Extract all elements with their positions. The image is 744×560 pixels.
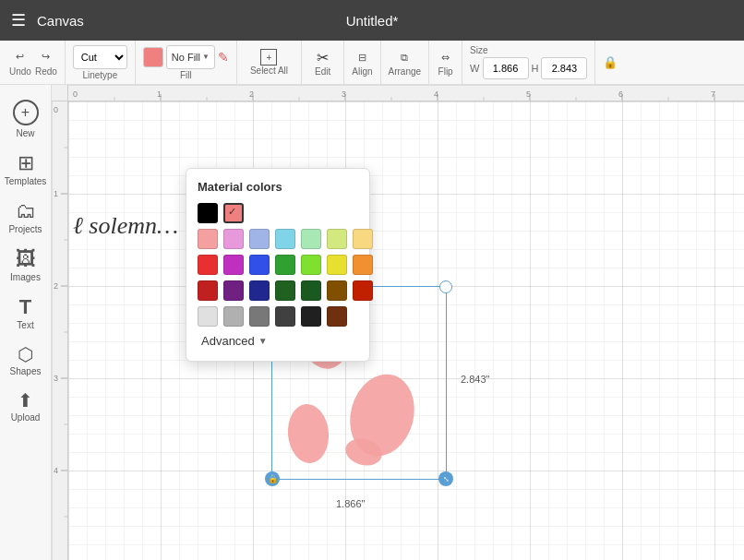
menu-icon[interactable]: ☰	[11, 10, 26, 30]
swatch-light-yellow[interactable]	[353, 229, 373, 249]
grid-canvas[interactable]: ℓ solemn… to no good.	[68, 101, 744, 560]
swatch-green[interactable]	[275, 255, 295, 275]
svg-text:1: 1	[54, 189, 58, 198]
edit-group: ✂ Edit	[309, 41, 344, 84]
lock-icon[interactable]: 🔒	[603, 55, 618, 69]
swatch-very-dark-gray[interactable]	[301, 306, 321, 327]
align-group: ⊟ Align	[352, 41, 380, 84]
sidebar: + New ⊞ Templates 🗂 Projects 🖼 Images T …	[0, 85, 52, 560]
swatch-magenta[interactable]	[223, 255, 244, 275]
sidebar-item-images[interactable]: 🖼 Images	[0, 242, 51, 290]
ruler-horizontal: 0 1 2 3 4 5 6 7 8 9	[68, 85, 744, 101]
size-inputs: W H	[470, 57, 587, 79]
handle-tr[interactable]	[439, 280, 452, 293]
arrange-label: Arrange	[389, 66, 422, 77]
sidebar-shapes-label: Shapes	[10, 366, 42, 376]
swatch-brown[interactable]	[327, 280, 347, 301]
swatch-light-pink[interactable]	[223, 229, 244, 249]
align-button[interactable]: ⊟	[354, 49, 371, 66]
sidebar-upload-label: Upload	[11, 412, 41, 423]
swatch-medium-gray[interactable]	[249, 306, 270, 327]
flip-group: ⇔ Flip	[437, 41, 462, 84]
swatch-dark-orange[interactable]	[353, 280, 373, 301]
swatch-yellow[interactable]	[327, 255, 347, 275]
ruler-vertical: 0 1 2 3 4 5	[52, 101, 68, 560]
width-label: W	[470, 63, 479, 74]
sidebar-item-templates[interactable]: ⊞ Templates	[0, 146, 51, 194]
align-label: Align	[352, 66, 372, 77]
swatch-black[interactable]	[198, 203, 218, 223]
width-input[interactable]	[483, 57, 529, 79]
height-input[interactable]	[541, 57, 587, 79]
sidebar-item-new[interactable]: + New	[0, 92, 51, 146]
svg-text:4: 4	[54, 466, 58, 475]
swatch-dark-purple[interactable]	[223, 280, 244, 301]
advanced-button[interactable]: Advanced ▼	[198, 332, 358, 350]
pen-icon[interactable]: ✎	[218, 50, 229, 65]
swatch-light-blue[interactable]	[249, 229, 270, 249]
svg-text:2: 2	[249, 89, 254, 99]
swatch-light-green[interactable]	[301, 229, 321, 249]
svg-text:4: 4	[434, 89, 438, 99]
svg-text:0: 0	[54, 105, 58, 114]
swatch-pink-selected[interactable]: ✓	[223, 203, 244, 223]
swatch-blue[interactable]	[249, 255, 270, 275]
sidebar-item-upload[interactable]: ⬆ Upload	[0, 384, 51, 430]
arrange-button[interactable]: ⧉	[396, 49, 413, 66]
undo-button[interactable]: ↩	[11, 48, 29, 66]
edit-button[interactable]: ✂ Edit	[309, 47, 336, 78]
svg-text:6: 6	[618, 89, 623, 99]
select-all-label: Select All	[250, 66, 288, 76]
svg-text:0: 0	[73, 89, 78, 99]
linetype-select[interactable]: Cut Draw Score	[73, 45, 127, 69]
svg-text:5: 5	[526, 89, 531, 99]
handle-bl[interactable]: 🔒	[265, 471, 280, 486]
main-area: + New ⊞ Templates 🗂 Projects 🖼 Images T …	[0, 85, 744, 560]
canvas-area[interactable]: 0 1 2 3 4 5 6 7 8 9	[52, 85, 744, 560]
sidebar-new-label: New	[16, 128, 34, 138]
advanced-label: Advanced	[201, 334, 255, 348]
edit-label: Edit	[315, 66, 330, 77]
sidebar-item-projects[interactable]: 🗂 Projects	[0, 194, 51, 242]
swatch-red[interactable]	[198, 255, 218, 275]
sidebar-item-shapes[interactable]: ⬡ Shapes	[0, 338, 51, 384]
redo-button[interactable]: ↪	[37, 48, 54, 66]
swatch-gray[interactable]	[223, 306, 244, 327]
sidebar-text-label: Text	[17, 320, 33, 330]
handle-br[interactable]: ⤡	[438, 471, 453, 486]
size-label: Size	[470, 45, 587, 55]
swatch-light-cyan[interactable]	[275, 229, 295, 249]
swatch-dark-red[interactable]	[198, 280, 218, 301]
swatch-dark-gray[interactable]	[275, 306, 295, 327]
fill-group: No Fill ▼ ✎ Fill	[143, 41, 237, 84]
swatch-light-gray[interactable]	[198, 306, 218, 327]
color-picker-title: Material colors	[198, 180, 358, 194]
svg-text:3: 3	[342, 89, 346, 99]
swatch-dark-green2[interactable]	[301, 280, 321, 301]
sidebar-item-text[interactable]: T Text	[0, 290, 51, 338]
color-row-1: ✓	[198, 203, 358, 223]
redo-label: Redo	[35, 66, 57, 77]
fill-color-swatch[interactable]	[143, 47, 163, 67]
flip-label: Flip	[438, 66, 453, 77]
swatch-lime[interactable]	[301, 255, 321, 275]
flip-button[interactable]: ⇔	[437, 49, 454, 66]
app-title: Canvas	[37, 13, 84, 29]
swatch-dark-blue[interactable]	[249, 280, 270, 301]
select-all-button[interactable]: Select All	[245, 47, 294, 77]
swatch-dark-brown[interactable]	[327, 306, 347, 327]
sidebar-templates-label: Templates	[5, 176, 47, 186]
color-row-4	[198, 280, 358, 301]
swatch-light-red[interactable]	[198, 229, 218, 249]
lock-group: 🔒	[603, 55, 618, 69]
swatch-light-lime[interactable]	[327, 229, 347, 249]
projects-icon: 🗂	[16, 201, 36, 221]
swatch-orange[interactable]	[353, 255, 373, 275]
templates-icon: ⊞	[18, 153, 34, 173]
swatch-dark-green1[interactable]	[275, 280, 295, 301]
fill-select[interactable]: No Fill ▼	[166, 45, 215, 69]
svg-text:2: 2	[54, 281, 58, 291]
toolbar: ↩ Undo ↪ Redo Cut Draw Score Linetype No…	[0, 41, 744, 85]
fill-label: Fill	[180, 70, 192, 80]
dim-width-label: 1.866"	[336, 498, 365, 509]
